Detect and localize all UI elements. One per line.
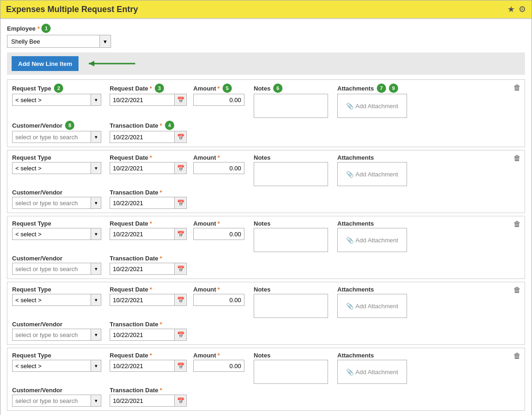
customer-vendor-input[interactable]	[12, 263, 91, 275]
employee-badge: 1	[41, 24, 51, 33]
line-item: 🗑 Request Type 2 < select > ▾	[7, 79, 525, 147]
request-type-arrow[interactable]: ▾	[91, 94, 101, 106]
line-item: 🗑 Request Type < select >▾ Request Date*…	[7, 216, 525, 279]
customer-vendor-section: Customer/Vendor ▾	[12, 321, 105, 341]
notes-textarea[interactable]	[254, 162, 328, 186]
request-type-select[interactable]: < select >	[12, 294, 91, 306]
amount-section: Amount*	[193, 154, 249, 174]
transaction-date-input[interactable]	[110, 329, 175, 341]
add-attachment-button[interactable]: 📎 Add Attachment	[337, 94, 407, 118]
customer-vendor-section: Customer/Vendor ▾	[12, 255, 105, 275]
badge-9: 9	[389, 84, 398, 93]
star-icon[interactable]: ★	[507, 4, 515, 14]
employee-select-wrap: Shelly Bee ▾	[7, 35, 525, 48]
request-type-select[interactable]: < select >	[12, 360, 91, 372]
add-line-btn-bar: Add New Line Item	[7, 52, 525, 75]
select-arrow[interactable]: ▾	[91, 263, 101, 275]
request-date-input[interactable]	[110, 228, 175, 240]
attachments-label: Attachments 7 9	[337, 84, 412, 93]
amount-input[interactable]	[193, 360, 244, 372]
delete-line-item-button[interactable]: 🗑	[513, 154, 521, 162]
request-date-label: Request Date*	[110, 220, 189, 227]
calendar-button[interactable]: 📅	[175, 329, 187, 341]
transaction-date-calendar-button[interactable]: 📅	[175, 131, 187, 143]
badge-3: 3	[155, 84, 164, 93]
select-arrow[interactable]: ▾	[91, 360, 101, 372]
calendar-button[interactable]: 📅	[175, 162, 187, 174]
calendar-button[interactable]: 📅	[175, 294, 187, 306]
add-attachment-button[interactable]: 📎Add Attachment	[337, 360, 407, 384]
request-type-select[interactable]: < select >	[12, 94, 91, 106]
transaction-date-label: Transaction Date * 4	[110, 121, 189, 130]
attach-icon: 📎	[346, 171, 354, 178]
calendar-button[interactable]: 📅	[175, 263, 187, 275]
request-date-input[interactable]	[110, 360, 175, 372]
notes-label: Notes	[254, 352, 333, 359]
employee-select-arrow[interactable]: ▾	[100, 35, 111, 48]
calendar-button[interactable]: 📅	[175, 197, 187, 209]
request-date-calendar-button[interactable]: 📅	[175, 94, 187, 106]
arrow-indicator	[84, 57, 140, 70]
add-new-line-item-button[interactable]: Add New Line Item	[12, 56, 79, 71]
gear-icon[interactable]: ⚙	[519, 4, 526, 14]
customer-vendor-arrow[interactable]: ▾	[91, 131, 101, 143]
notes-textarea[interactable]	[254, 294, 328, 318]
request-date-input[interactable]	[110, 94, 175, 106]
add-attachment-button[interactable]: 📎Add Attachment	[337, 294, 407, 318]
request-date-input[interactable]	[110, 162, 175, 174]
calendar-button[interactable]: 📅	[175, 228, 187, 240]
select-arrow[interactable]: ▾	[91, 162, 101, 174]
employee-label: Employee * 1	[7, 24, 525, 33]
notes-label: Notes	[254, 220, 333, 227]
request-type-select-wrap: < select > ▾	[12, 94, 105, 106]
transaction-date-input[interactable]	[110, 263, 175, 275]
calendar-button[interactable]: 📅	[175, 395, 187, 407]
select-arrow[interactable]: ▾	[91, 294, 101, 306]
request-date-label: Request Date*	[110, 352, 189, 359]
employee-label-text: Employee	[7, 25, 35, 32]
delete-line-item-button[interactable]: 🗑	[513, 286, 521, 294]
employee-select[interactable]: Shelly Bee	[7, 35, 100, 48]
main-content: Employee * 1 Shelly Bee ▾ Add New Line I…	[0, 19, 532, 415]
request-type-select[interactable]: < select >	[12, 228, 91, 240]
select-arrow[interactable]: ▾	[91, 197, 101, 209]
add-attachment-button[interactable]: 📎Add Attachment	[337, 228, 407, 252]
amount-input[interactable]	[193, 162, 244, 174]
delete-line-item-button[interactable]: 🗑	[513, 352, 521, 360]
select-arrow[interactable]: ▾	[91, 228, 101, 240]
customer-vendor-input[interactable]	[12, 131, 91, 143]
customer-vendor-input[interactable]	[12, 197, 91, 209]
request-type-section: Request Type < select >▾	[12, 220, 105, 240]
customer-vendor-section: Customer/Vendor ▾	[12, 189, 105, 209]
notes-label: Notes	[254, 286, 333, 293]
attachments-section: Attachments 7 9 📎 Add Attachment	[337, 84, 412, 118]
select-arrow[interactable]: ▾	[91, 329, 101, 341]
request-type-section: Request Type 2 < select > ▾	[12, 84, 105, 106]
amount-input[interactable]	[193, 228, 244, 240]
attachments-label: Attachments	[337, 154, 412, 161]
main-window: Expenses Multiple Request Entry ★ ⚙ Empl…	[0, 0, 532, 415]
transaction-date-wrap: 📅	[110, 131, 189, 143]
delete-line-item-button[interactable]: 🗑	[513, 84, 521, 92]
line-items-container: 🗑 Request Type 2 < select > ▾	[7, 79, 525, 414]
request-type-select[interactable]: < select >	[12, 162, 91, 174]
delete-line-item-button[interactable]: 🗑	[513, 220, 521, 228]
calendar-button[interactable]: 📅	[175, 360, 187, 372]
customer-vendor-input[interactable]	[12, 395, 91, 407]
notes-textarea[interactable]	[254, 94, 328, 118]
attach-icon: 📎	[346, 237, 354, 244]
amount-label: Amount*	[193, 286, 249, 293]
badge-5: 5	[223, 84, 232, 93]
attachments-label: Attachments	[337, 352, 412, 359]
transaction-date-input[interactable]	[110, 197, 175, 209]
amount-input[interactable]	[193, 94, 244, 106]
notes-textarea[interactable]	[254, 360, 328, 384]
transaction-date-input[interactable]	[110, 131, 175, 143]
transaction-date-input[interactable]	[110, 395, 175, 407]
amount-input[interactable]	[193, 294, 244, 306]
customer-vendor-input[interactable]	[12, 329, 91, 341]
request-date-input[interactable]	[110, 294, 175, 306]
add-attachment-button[interactable]: 📎Add Attachment	[337, 162, 407, 186]
notes-textarea[interactable]	[254, 228, 328, 252]
select-arrow[interactable]: ▾	[91, 395, 101, 407]
